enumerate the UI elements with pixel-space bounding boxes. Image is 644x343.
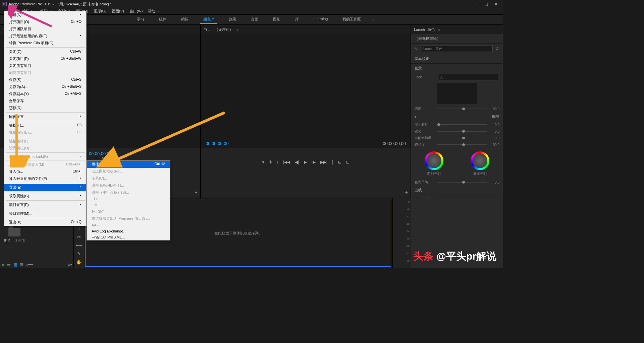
sharpen-slider[interactable] bbox=[437, 131, 487, 132]
svg-line-2 bbox=[114, 113, 225, 161]
menu-item[interactable]: 转换 Premiere Clip 项目(C)... bbox=[4, 40, 86, 47]
workspace-编辑[interactable]: 编辑 bbox=[178, 15, 192, 24]
menu-item[interactable]: 关闭(C)Ctrl+W bbox=[4, 48, 86, 55]
basic-correction-section[interactable]: 基本校正 bbox=[411, 54, 503, 64]
vibrance-slider[interactable] bbox=[437, 138, 487, 138]
menu-item[interactable]: 打开最近使用的内容(E)▸ bbox=[4, 32, 86, 40]
reset-icon[interactable]: ↺ bbox=[494, 47, 499, 51]
menu-图形(G)[interactable]: 图形(G) bbox=[91, 8, 109, 14]
menu-帮助(H)[interactable]: 帮助(H) bbox=[145, 8, 163, 14]
bin-图片[interactable]: 图片2 个项 bbox=[4, 228, 25, 243]
menu-item[interactable]: 退出(X)Ctrl+Q bbox=[4, 219, 86, 226]
workspace-Learning[interactable]: Learning bbox=[310, 15, 331, 24]
maximize-button[interactable]: ▢ bbox=[481, 2, 491, 6]
minimize-button[interactable]: — bbox=[471, 2, 481, 6]
program-monitor[interactable]: 00;00;00;00 00;00;00;00 bbox=[201, 34, 411, 148]
menu-item[interactable]: Final Cut Pro XML... bbox=[87, 234, 170, 240]
freeform-view-button[interactable]: ⊞ bbox=[20, 262, 23, 267]
next-frame-button[interactable]: |▶ bbox=[312, 160, 316, 164]
annotation-arrow-pink bbox=[8, 5, 55, 31]
lumetri-preset-input[interactable] bbox=[422, 46, 493, 52]
workspace-颜色[interactable]: 颜色 bbox=[200, 15, 217, 24]
prev-frame-button[interactable]: ◀| bbox=[295, 160, 299, 164]
zoom-slider[interactable]: ○━━ bbox=[26, 262, 33, 267]
step-back-button[interactable]: |◀◀ bbox=[283, 160, 290, 164]
fx-icon[interactable]: fx bbox=[415, 47, 421, 51]
prog-transport: ♥ ⬇ { |◀◀ ◀| ▶ |▶ ▶▶| } ⊟ ⊡ bbox=[201, 156, 411, 168]
balance-slider[interactable] bbox=[437, 182, 487, 183]
menu-item[interactable]: 全部保存 bbox=[4, 97, 86, 105]
menu-窗口(W)[interactable]: 窗口(W) bbox=[127, 8, 146, 14]
go-out-button[interactable]: } bbox=[332, 160, 333, 164]
workspace-我的工作区[interactable]: 我的工作区 bbox=[339, 15, 364, 24]
export-submenu: 媒体(M)...Ctrl+M动态图形模板(R)...字幕(C)...磁带 (DV… bbox=[87, 160, 170, 241]
workspace-效果[interactable]: 效果 bbox=[225, 15, 239, 24]
menu-item[interactable]: 另存为(A)...Ctrl+Shift+S bbox=[4, 83, 86, 90]
play-button[interactable]: ▶ bbox=[304, 160, 307, 164]
creative-section[interactable]: 创意 bbox=[411, 64, 503, 73]
timeline-ruler[interactable] bbox=[201, 148, 411, 156]
annotation-arrow-yellow bbox=[10, 111, 228, 167]
menu-item[interactable]: 导入(I)...Ctrl+I bbox=[4, 168, 86, 175]
watermark-text: @平头pr解说 bbox=[436, 251, 496, 262]
meter-tick: -36 bbox=[406, 245, 410, 248]
panel-menu-icon[interactable]: ≡ bbox=[236, 27, 238, 31]
highlight-tint-wheel[interactable] bbox=[471, 151, 489, 170]
menu-item: 磁带（串行设备）(S)... bbox=[87, 189, 170, 196]
tool-button[interactable]: ⟷ bbox=[76, 243, 82, 248]
color-wheels-section[interactable]: 色轮和匹配 bbox=[411, 195, 503, 198]
step-fwd-button[interactable]: ▶▶| bbox=[320, 160, 327, 164]
mark-in-button[interactable]: ♥ bbox=[262, 160, 264, 164]
panel-menu-icon[interactable]: ≡ bbox=[438, 27, 440, 31]
tool-button[interactable]: ↔ bbox=[77, 226, 81, 231]
tool-button[interactable]: ✋ bbox=[76, 260, 82, 265]
menu-item[interactable]: 项目管理(M)... bbox=[4, 210, 86, 217]
menu-item[interactable]: 关闭所有项目 bbox=[4, 62, 86, 69]
lumetri-subtitle: （未选择剪辑） bbox=[415, 36, 440, 41]
menu-item[interactable]: 关闭项目(P)Ctrl+Shift+W bbox=[4, 55, 86, 62]
saturation-slider[interactable] bbox=[437, 144, 487, 145]
faded-slider[interactable] bbox=[437, 124, 487, 125]
workspace-库[interactable]: 库 bbox=[292, 15, 302, 24]
tool-button[interactable]: ✎ bbox=[77, 251, 81, 256]
meter-tick: -48 bbox=[406, 259, 410, 262]
menu-item[interactable]: 保存副本(Y)...Ctrl+Alt+S bbox=[4, 90, 86, 97]
button-editor[interactable]: + bbox=[405, 190, 408, 195]
curves-section[interactable]: 曲线 bbox=[411, 186, 503, 195]
lift-button[interactable]: ⊟ bbox=[338, 160, 341, 164]
menu-item[interactable]: 项目设置(P)▸ bbox=[4, 201, 86, 208]
tool-button[interactable]: ✂ bbox=[77, 234, 81, 239]
shadow-tint-wheel[interactable] bbox=[425, 151, 443, 170]
menu-视图(V)[interactable]: 视图(V) bbox=[109, 8, 127, 14]
workspace-音频[interactable]: 音频 bbox=[248, 15, 262, 24]
menu-item[interactable]: 导出(E)▸ bbox=[4, 184, 86, 191]
lumetri-title: Lumetri 颜色 bbox=[414, 27, 435, 32]
meter-tick: 0 bbox=[408, 200, 410, 203]
menu-item: 字幕(C)... bbox=[87, 175, 170, 182]
menu-item[interactable]: 导入最近使用的文件(F)▸ bbox=[4, 175, 86, 182]
icon-view-button[interactable]: ▦ bbox=[13, 262, 17, 267]
watermark: 头条 @平头pr解说 bbox=[413, 250, 496, 263]
mark-out-button[interactable]: ⬇ bbox=[269, 160, 272, 164]
button-editor[interactable]: + bbox=[195, 190, 198, 195]
menu-item[interactable]: 保存(S)Ctrl+S bbox=[4, 76, 86, 83]
menu-item[interactable]: 获取属性(G)▸ bbox=[4, 193, 86, 200]
new-item-button[interactable]: ◆ bbox=[1, 262, 4, 267]
go-in-button[interactable]: { bbox=[277, 160, 278, 164]
look-select[interactable] bbox=[439, 74, 498, 80]
workspace-学习[interactable]: 学习 bbox=[133, 15, 148, 24]
app-icon: Pr bbox=[2, 2, 7, 6]
list-view-button[interactable]: ☰ bbox=[7, 262, 11, 267]
workspace-组件[interactable]: 组件 bbox=[156, 15, 170, 24]
workspace-图形[interactable]: 图形 bbox=[270, 15, 284, 24]
folder-icon bbox=[8, 228, 20, 236]
close-button[interactable]: ✕ bbox=[491, 2, 501, 6]
overflow-button[interactable]: » bbox=[372, 18, 374, 22]
lumetri-panel: Lumetri 颜色≡ （未选择剪辑） fx ↺ 基本校正 创意 Look 强度… bbox=[411, 24, 503, 198]
prog-timecode-right: 00;00;00;00 bbox=[383, 141, 406, 146]
intensity-slider[interactable] bbox=[437, 109, 487, 109]
extract-button[interactable]: ⊡ bbox=[346, 160, 350, 164]
sort-button[interactable]: ≡▾ bbox=[68, 262, 72, 267]
menu-item: AAF... bbox=[87, 222, 170, 228]
menu-item[interactable]: Avid Log Exchange... bbox=[87, 228, 170, 234]
